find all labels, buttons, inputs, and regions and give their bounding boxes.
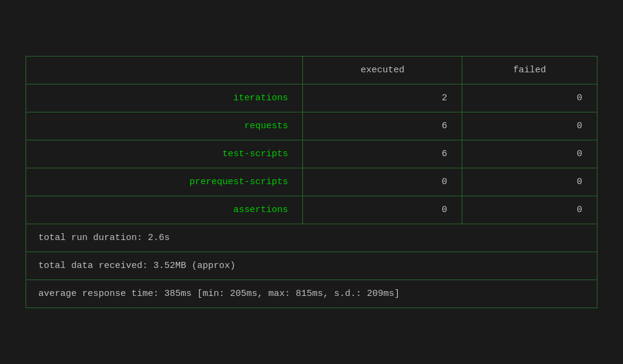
row-label-test-scripts: test-scripts [26, 140, 303, 168]
row-failed-test-scripts: 0 [462, 140, 597, 168]
summary-text-2: average response time: 385ms [min: 205ms… [26, 280, 597, 308]
table-row: iterations20 [26, 84, 597, 112]
row-label-requests: requests [26, 112, 303, 140]
table-row: requests60 [26, 112, 597, 140]
summary-row-0: total run duration: 2.6s [26, 224, 597, 252]
row-failed-requests: 0 [462, 112, 597, 140]
summary-text-0: total run duration: 2.6s [26, 224, 597, 252]
row-executed-iterations: 2 [303, 84, 462, 112]
row-executed-assertions: 0 [303, 196, 462, 224]
row-executed-prerequest-scripts: 0 [303, 168, 462, 196]
header-executed-cell: executed [303, 57, 462, 84]
header-failed-cell: failed [462, 57, 597, 84]
summary-text-1: total data received: 3.52MB (approx) [26, 252, 597, 280]
table-row: assertions00 [26, 196, 597, 224]
row-label-iterations: iterations [26, 84, 303, 112]
results-table: executed failed iterations20requests60te… [26, 57, 597, 307]
table-header-row: executed failed [26, 57, 597, 84]
table-row: test-scripts60 [26, 140, 597, 168]
row-failed-prerequest-scripts: 0 [462, 168, 597, 196]
table-row: prerequest-scripts00 [26, 168, 597, 196]
row-executed-requests: 6 [303, 112, 462, 140]
summary-row-1: total data received: 3.52MB (approx) [26, 252, 597, 280]
header-label-cell [26, 57, 303, 84]
row-label-prerequest-scripts: prerequest-scripts [26, 168, 303, 196]
row-executed-test-scripts: 6 [303, 140, 462, 168]
row-failed-iterations: 0 [462, 84, 597, 112]
summary-row-2: average response time: 385ms [min: 205ms… [26, 280, 597, 308]
row-label-assertions: assertions [26, 196, 303, 224]
row-failed-assertions: 0 [462, 196, 597, 224]
results-container: executed failed iterations20requests60te… [26, 56, 597, 308]
